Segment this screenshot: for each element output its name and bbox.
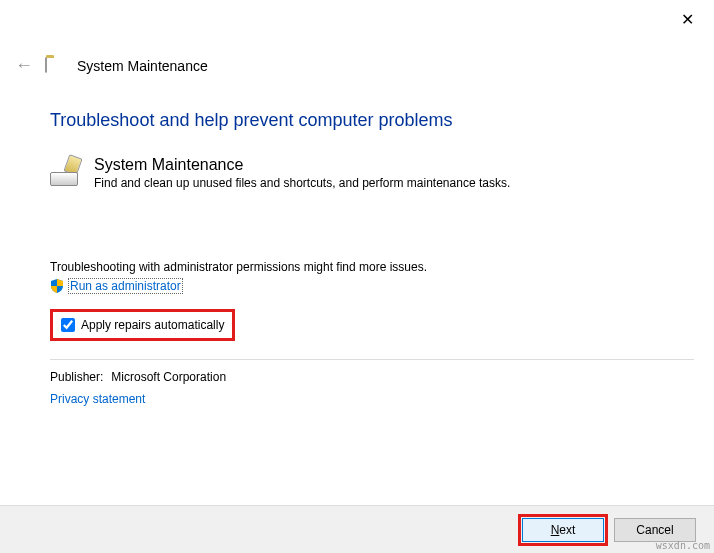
close-button[interactable]: ✕ <box>681 10 694 29</box>
apply-repairs-checkbox[interactable] <box>61 318 75 332</box>
back-arrow-icon: ← <box>15 55 33 76</box>
troubleshooter-text: System Maintenance Find and clean up unu… <box>94 156 510 190</box>
admin-link-row: Run as administrator <box>50 278 694 294</box>
publisher-row: Publisher: Microsoft Corporation <box>50 370 694 384</box>
troubleshooter-row: System Maintenance Find and clean up unu… <box>50 156 694 190</box>
cancel-button[interactable]: Cancel <box>614 518 696 542</box>
troubleshooter-name: System Maintenance <box>94 156 510 174</box>
content-area: Troubleshoot and help prevent computer p… <box>50 110 694 406</box>
shield-icon <box>50 279 64 293</box>
run-as-admin-link[interactable]: Run as administrator <box>68 278 183 294</box>
header-row: ← System Maintenance <box>15 55 208 76</box>
publisher-value: Microsoft Corporation <box>111 370 226 384</box>
button-bar: Next Cancel <box>0 505 714 553</box>
main-heading: Troubleshoot and help prevent computer p… <box>50 110 694 131</box>
troubleshooter-description: Find and clean up unused files and short… <box>94 176 510 190</box>
maintenance-icon <box>50 156 82 188</box>
apply-repairs-checkbox-row[interactable]: Apply repairs automatically <box>50 309 235 341</box>
publisher-label: Publisher: <box>50 370 108 384</box>
next-button[interactable]: Next <box>522 518 604 542</box>
folder-gear-icon <box>45 58 65 74</box>
apply-repairs-label: Apply repairs automatically <box>81 318 224 332</box>
admin-note: Troubleshooting with administrator permi… <box>50 260 694 274</box>
window-title: System Maintenance <box>77 58 208 74</box>
watermark: wsxdn.com <box>656 540 710 551</box>
divider <box>50 359 694 360</box>
privacy-statement-link[interactable]: Privacy statement <box>50 392 145 406</box>
